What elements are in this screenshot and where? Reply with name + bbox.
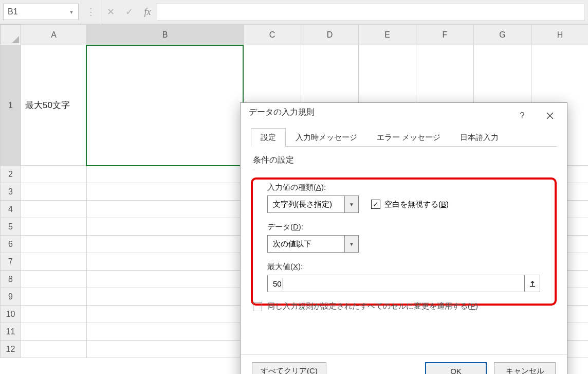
cell[interactable] (21, 253, 87, 271)
section-title: 条件の設定 (253, 155, 555, 166)
row-header-2[interactable]: 2 (1, 166, 21, 183)
data-label: データ(D): (267, 222, 540, 232)
chevron-down-icon[interactable]: ▼ (344, 235, 359, 253)
ignore-blank-checkbox[interactable]: ✓ 空白を無視する(B) (371, 200, 449, 209)
tab-error-alert[interactable]: エラー メッセージ (367, 128, 450, 147)
highlight-box: 入力値の種類(A): 文字列(長さ指定) ▼ ✓ 空白を無視する(B) (251, 177, 557, 306)
cell-A1[interactable]: 最大50文字 (21, 45, 87, 166)
svg-rect-0 (530, 286, 535, 287)
cell[interactable] (87, 323, 244, 341)
more-icon[interactable]: ⋮ (82, 0, 101, 24)
cell[interactable] (87, 166, 244, 183)
row-header-10[interactable]: 10 (1, 306, 21, 323)
cell[interactable] (21, 218, 87, 236)
col-header-A[interactable]: A (21, 25, 87, 45)
ignore-blank-label: 空白を無視する(B) (384, 200, 449, 209)
dialog-title: データの入力規則 (249, 107, 315, 118)
row-header-3[interactable]: 3 (1, 183, 21, 201)
cell[interactable] (87, 201, 244, 218)
name-box-container: B1 ▼ (0, 0, 82, 24)
row-header-12[interactable]: 12 (1, 341, 21, 358)
chevron-down-icon[interactable]: ▼ (344, 195, 359, 213)
row-header-6[interactable]: 6 (1, 236, 21, 253)
apply-all-checkbox[interactable]: ✓ 同じ入力規則が設定されたすべてのセルに変更を適用する(P) (253, 301, 478, 311)
cancel-icon[interactable]: ✕ (101, 0, 120, 24)
checkbox-icon: ✓ (371, 200, 380, 209)
cell[interactable] (21, 166, 87, 183)
cell[interactable] (21, 271, 87, 288)
cell[interactable] (21, 323, 87, 341)
allow-label: 入力値の種類(A): (267, 183, 540, 192)
apply-all-label: 同じ入力規則が設定されたすべてのセルに変更を適用する(P) (267, 301, 478, 311)
cell-B1[interactable] (87, 45, 244, 166)
cell[interactable] (87, 306, 244, 323)
row-header-8[interactable]: 8 (1, 271, 21, 288)
cell[interactable] (21, 201, 87, 218)
tab-ime[interactable]: 日本語入力 (450, 128, 508, 147)
dialog-tabs: 設定 入力時メッセージ エラー メッセージ 日本語入力 (251, 128, 557, 147)
row-header-5[interactable]: 5 (1, 218, 21, 236)
row-header-7[interactable]: 7 (1, 253, 21, 271)
cell[interactable] (87, 183, 244, 201)
cell[interactable] (21, 183, 87, 201)
col-header-G[interactable]: G (474, 25, 531, 45)
allow-combo[interactable]: 文字列(長さ指定) ▼ (267, 195, 359, 213)
spreadsheet-grid: A B C D E F G H 1 最大50文字 2 3 4 5 6 7 8 9… (0, 24, 588, 374)
cell[interactable] (87, 218, 244, 236)
cell[interactable] (87, 236, 244, 253)
chevron-down-icon[interactable]: ▼ (69, 9, 74, 15)
formula-bar: B1 ▼ ⋮ ✕ ✓ fx (0, 0, 588, 24)
range-picker-icon (529, 280, 536, 287)
enter-icon[interactable]: ✓ (120, 0, 138, 24)
cell[interactable] (87, 341, 244, 358)
cell[interactable] (87, 253, 244, 271)
data-validation-dialog: データの入力規則 ? 設定 入力時メッセージ エラー メッセージ 日本語入力 条… (240, 102, 567, 374)
select-all-corner[interactable] (1, 25, 21, 45)
checkbox-icon: ✓ (253, 302, 262, 311)
cell[interactable] (21, 236, 87, 253)
close-icon (546, 112, 554, 119)
cell[interactable] (21, 306, 87, 323)
col-header-H[interactable]: H (531, 25, 589, 45)
close-button[interactable] (536, 107, 564, 124)
row-header-9[interactable]: 9 (1, 288, 21, 306)
text-caret (283, 278, 283, 289)
dialog-titlebar: データの入力規則 ? (241, 103, 567, 128)
divider (253, 170, 555, 170)
max-value: 50 (268, 275, 524, 292)
dialog-body: 条件の設定 入力値の種類(A): 文字列(長さ指定) ▼ ✓ 空白を無視する(B… (241, 147, 567, 354)
row-header-11[interactable]: 11 (1, 323, 21, 341)
col-header-F[interactable]: F (416, 25, 474, 45)
data-value: 次の値以下 (267, 235, 344, 253)
range-picker-button[interactable] (524, 275, 540, 292)
fx-icon[interactable]: fx (138, 0, 157, 24)
col-header-D[interactable]: D (301, 25, 359, 45)
col-header-B[interactable]: B (87, 25, 244, 45)
row-header-4[interactable]: 4 (1, 201, 21, 218)
data-combo[interactable]: 次の値以下 ▼ (267, 235, 540, 253)
cell[interactable] (21, 341, 87, 358)
ok-button[interactable]: OK (425, 362, 487, 375)
formula-input[interactable] (157, 3, 585, 21)
tab-input-message[interactable]: 入力時メッセージ (286, 128, 367, 147)
row-header-1[interactable]: 1 (1, 45, 21, 166)
tab-settings[interactable]: 設定 (251, 128, 286, 147)
col-header-C[interactable]: C (244, 25, 301, 45)
max-label: 最大値(X): (267, 262, 540, 272)
cancel-button[interactable]: キャンセル (494, 362, 556, 375)
name-box[interactable]: B1 ▼ (3, 4, 79, 20)
allow-value: 文字列(長さ指定) (267, 195, 344, 213)
name-box-value: B1 (8, 7, 18, 16)
cell[interactable] (87, 271, 244, 288)
max-input[interactable]: 50 (267, 275, 540, 292)
cell[interactable] (21, 288, 87, 306)
cell[interactable] (87, 288, 244, 306)
clear-all-button[interactable]: すべてクリア(C) (252, 362, 326, 375)
col-header-E[interactable]: E (359, 25, 416, 45)
dialog-footer: すべてクリア(C) OK キャンセル (241, 354, 567, 374)
help-button[interactable]: ? (508, 107, 536, 124)
